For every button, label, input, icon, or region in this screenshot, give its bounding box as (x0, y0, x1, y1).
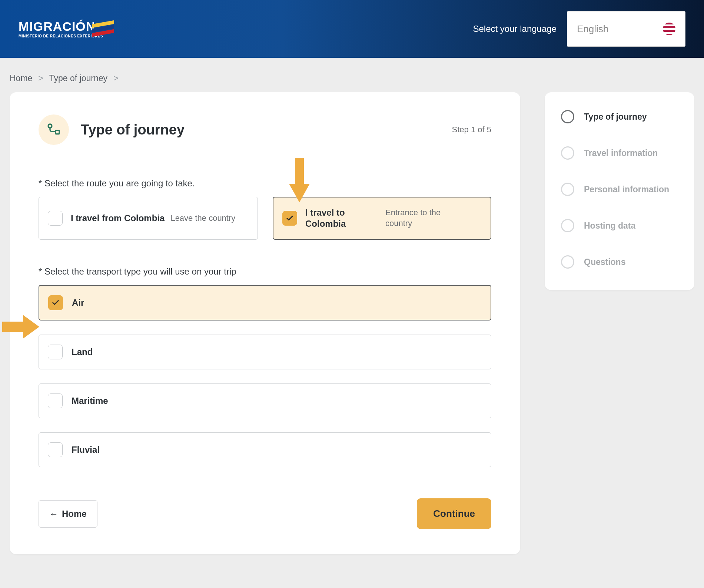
step-type-of-journey[interactable]: Type of journey (561, 110, 678, 123)
annotation-arrow-down-icon (289, 158, 310, 202)
route-options: I travel from Colombia Leave the country… (39, 197, 491, 240)
transport-label: Maritime (72, 396, 108, 406)
step-label: Questions (584, 257, 625, 267)
home-button[interactable]: ← Home (39, 500, 97, 528)
step-travel-information[interactable]: Travel information (561, 146, 678, 160)
route-section-label: * Select the route you are going to take… (39, 178, 491, 189)
step-label: Type of journey (584, 112, 647, 122)
svg-marker-5 (23, 315, 39, 339)
transport-section-label: * Select the transport type you will use… (39, 266, 491, 277)
route-option-from-colombia[interactable]: I travel from Colombia Leave the country (39, 197, 258, 240)
route-option-to-colombia[interactable]: I travel to Colombia Entrance to the cou… (273, 197, 491, 240)
arrow-left-icon: ← (49, 509, 58, 519)
route-option-sub: Entrance to the country (385, 207, 467, 229)
checkbox (48, 442, 63, 457)
chevron-right-icon: > (113, 73, 118, 83)
checkbox (48, 345, 63, 359)
breadcrumb-current[interactable]: Type of journey (49, 73, 107, 83)
logo: MIGRACIÓN MINISTERIO DE RELACIONES EXTER… (19, 20, 114, 38)
svg-marker-3 (289, 184, 310, 202)
step-personal-information[interactable]: Personal information (561, 183, 678, 196)
language-label: Select your language (473, 24, 557, 34)
checkbox (48, 295, 63, 310)
svg-rect-2 (295, 158, 304, 185)
home-button-label: Home (62, 509, 87, 519)
steps-sidebar: Type of journey Travel information Perso… (545, 92, 694, 290)
form-card: Type of journey Step 1 of 5 * Select the… (10, 92, 520, 554)
transport-label: Fluvial (72, 445, 100, 455)
journey-icon (39, 114, 69, 145)
svg-rect-1 (56, 130, 59, 134)
breadcrumb-home[interactable]: Home (10, 73, 32, 83)
step-questions[interactable]: Questions (561, 255, 678, 269)
step-label: Travel information (584, 148, 658, 158)
step-hosting-data[interactable]: Hosting data (561, 219, 678, 232)
route-option-main: I travel to Colombia (305, 207, 346, 229)
annotation-arrow-right-icon (2, 315, 39, 339)
transport-label: Land (72, 347, 93, 357)
logo-sub-text: MINISTERIO DE RELACIONES EXTERIORES (19, 34, 103, 38)
logo-flag-stripes (92, 21, 114, 36)
svg-rect-4 (2, 322, 24, 332)
step-dot-icon (561, 183, 574, 196)
step-label: Hosting data (584, 221, 635, 231)
step-dot-icon (561, 146, 574, 160)
checkbox (48, 211, 63, 226)
transport-option-air[interactable]: Air (39, 285, 491, 320)
language-value: English (577, 23, 608, 35)
checkbox (48, 393, 63, 408)
transport-options: Air Land Maritime Fluvial (39, 285, 491, 467)
step-dot-icon (561, 255, 574, 269)
page-title: Type of journey (81, 122, 185, 138)
breadcrumb: Home > Type of journey > (0, 58, 704, 92)
chevron-right-icon: > (38, 73, 43, 83)
route-option-sub: Leave the country (170, 213, 235, 223)
step-label: Personal information (584, 185, 669, 195)
logo-main-text: MIGRACIÓN (19, 20, 103, 33)
transport-option-land[interactable]: Land (39, 335, 491, 369)
transport-label: Air (72, 298, 84, 308)
card-footer: ← Home Continue (39, 498, 491, 529)
continue-button[interactable]: Continue (417, 498, 491, 529)
language-area: Select your language English (473, 11, 686, 47)
step-indicator: Step 1 of 5 (452, 125, 491, 134)
step-dot-icon (561, 110, 574, 123)
flag-us-icon (663, 23, 675, 35)
checkbox (282, 211, 297, 226)
step-dot-icon (561, 219, 574, 232)
language-select[interactable]: English (567, 11, 685, 47)
transport-option-maritime[interactable]: Maritime (39, 383, 491, 418)
card-header: Type of journey Step 1 of 5 (39, 114, 491, 145)
route-option-main: I travel from Colombia (71, 213, 165, 223)
app-header: MIGRACIÓN MINISTERIO DE RELACIONES EXTER… (0, 0, 704, 58)
transport-option-fluvial[interactable]: Fluvial (39, 432, 491, 467)
